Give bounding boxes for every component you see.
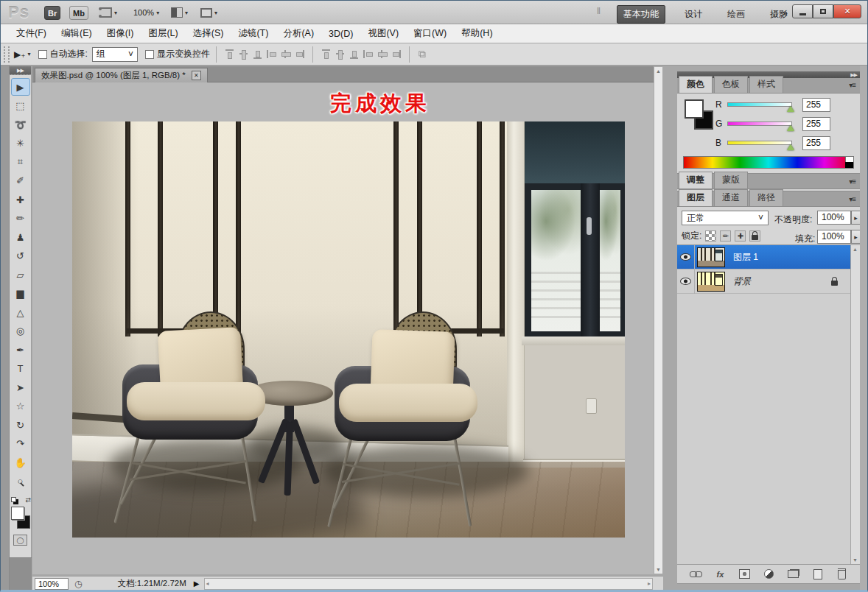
scroll-down-icon[interactable]: ▼ [851, 557, 859, 563]
opacity-input[interactable]: 100% [817, 211, 851, 225]
panel-menu-icon[interactable]: ▾≡ [849, 177, 855, 186]
workspace-overflow-button[interactable]: » [783, 7, 788, 18]
swap-colors-icon[interactable]: ⇄ [25, 496, 31, 504]
scroll-down-icon[interactable]: ▼ [654, 567, 662, 572]
path-selection-tool[interactable]: ➤ [11, 378, 30, 396]
lock-all-icon[interactable] [749, 230, 760, 242]
orbit-3d-tool[interactable]: ↷ [11, 435, 30, 453]
minimize-button[interactable] [792, 4, 813, 18]
menu-view[interactable]: 视图(V) [361, 24, 405, 43]
close-document-icon[interactable]: ✕ [192, 71, 201, 80]
document-tab[interactable]: 效果图.psd @ 100% (图层 1, RGB/8) * ✕ [35, 68, 208, 82]
menu-layer[interactable]: 图层(L) [141, 24, 184, 43]
menu-select[interactable]: 选择(S) [186, 24, 231, 43]
menu-analysis[interactable]: 分析(A) [276, 24, 321, 43]
new-layer-icon[interactable] [812, 568, 824, 579]
blue-slider[interactable] [727, 141, 792, 145]
launch-mini-bridge-button[interactable]: Mb [69, 6, 88, 20]
green-value-input[interactable]: 255 [802, 117, 830, 131]
blur-tool[interactable]: △ [11, 303, 30, 321]
lock-image-pixels-icon[interactable]: ✏ [720, 230, 731, 242]
align-left-edges-icon[interactable] [266, 49, 277, 60]
menu-image[interactable]: 图像(I) [100, 24, 141, 43]
gradient-tool[interactable]: ▆ [11, 285, 30, 303]
layer-name[interactable]: 图层 1 [733, 251, 758, 264]
tab-paths[interactable]: 路径 [749, 189, 783, 206]
new-group-icon[interactable] [788, 568, 799, 579]
menu-window[interactable]: 窗口(W) [407, 24, 453, 43]
rotate-3d-tool[interactable]: ↻ [11, 416, 30, 434]
scroll-right-icon[interactable]: ▸ [648, 580, 651, 587]
options-bar-grip[interactable] [4, 46, 10, 63]
workspace-design[interactable]: 设计 [679, 6, 708, 23]
restore-button[interactable] [813, 4, 833, 18]
foreground-color-swatch[interactable] [11, 507, 24, 520]
distribute-bottom-edges-icon[interactable] [349, 49, 360, 60]
workspace-painting[interactable]: 绘画 [721, 6, 751, 23]
lock-transparent-pixels-icon[interactable] [705, 230, 716, 242]
default-colors-icon[interactable] [11, 497, 16, 502]
align-bottom-edges-icon[interactable] [252, 49, 263, 60]
move-tool[interactable]: ▶ [11, 78, 30, 96]
scroll-left-icon[interactable]: ◂ [206, 580, 209, 587]
zoom-tool[interactable]: ○ [11, 473, 30, 490]
arrange-documents-button[interactable]: ▾ [171, 7, 188, 18]
status-flyout-icon[interactable]: ▶ [194, 579, 200, 588]
pen-tool[interactable]: ✒ [11, 341, 30, 359]
lock-position-icon[interactable]: ✚ [735, 230, 746, 242]
menu-help[interactable]: 帮助(H) [455, 24, 499, 43]
type-tool[interactable]: T [11, 360, 30, 378]
magic-wand-tool[interactable]: ✳ [11, 135, 30, 152]
red-slider[interactable] [727, 102, 792, 107]
align-horizontal-centers-icon[interactable] [280, 49, 291, 60]
auto-align-layers-icon[interactable]: ⧉ [419, 48, 426, 60]
clone-stamp-tool[interactable]: ♟ [11, 228, 30, 246]
rectangular-marquee-tool[interactable]: ⬚ [11, 97, 30, 115]
canvas-area[interactable]: 完成效果 [32, 82, 654, 574]
blue-slider-handle[interactable] [787, 144, 794, 150]
eraser-tool[interactable]: ▱ [11, 266, 30, 283]
custom-shape-tool[interactable]: ☆ [11, 398, 30, 415]
vertical-scrollbar[interactable]: ▲ ▼ [654, 66, 663, 574]
layer-thumbnail[interactable] [695, 247, 727, 267]
distribute-horizontal-centers-icon[interactable] [377, 49, 388, 60]
green-slider-handle[interactable] [787, 125, 794, 131]
close-button[interactable]: ✕ [833, 4, 861, 18]
auto-select-checkbox[interactable] [38, 50, 47, 59]
brush-tool[interactable]: ✏ [11, 210, 30, 228]
tab-masks[interactable]: 蒙版 [714, 172, 748, 188]
menu-file[interactable]: 文件(F) [10, 24, 53, 43]
layer-visibility-toggle[interactable] [677, 245, 695, 269]
tab-swatches[interactable]: 色板 [714, 76, 748, 93]
quick-mask-mode-button[interactable]: ◯ [13, 535, 27, 546]
tab-color[interactable]: 颜色 [679, 76, 713, 93]
align-top-edges-icon[interactable] [224, 49, 235, 60]
tab-layers[interactable]: 图层 [679, 189, 713, 206]
distribute-left-edges-icon[interactable] [363, 49, 374, 60]
launch-bridge-button[interactable]: Br [44, 6, 60, 20]
delete-layer-icon[interactable] [836, 568, 848, 579]
zoom-level-button[interactable]: 100% ▾ [133, 7, 159, 18]
eyedropper-tool[interactable]: ✐ [11, 172, 30, 190]
add-layer-mask-icon[interactable] [739, 568, 751, 579]
lasso-tool[interactable]: ➰ [11, 116, 30, 133]
tab-styles[interactable]: 样式 [749, 76, 783, 93]
color-spectrum-ramp[interactable] [683, 156, 854, 169]
blend-mode-dropdown[interactable]: 正常 ˅ [682, 211, 769, 225]
view-extras-button[interactable]: ▾ [99, 7, 117, 18]
tab-channels[interactable]: 通道 [714, 189, 748, 206]
workspace-photography[interactable]: 摄影 [764, 6, 794, 23]
layer-style-icon[interactable]: fx [715, 568, 727, 579]
tab-adjustments[interactable]: 调整 [679, 172, 713, 188]
screen-mode-button[interactable]: ▾ [200, 7, 217, 18]
align-right-edges-icon[interactable] [294, 49, 305, 60]
layer-list-scrollbar[interactable]: ▲ ▼ [850, 245, 860, 564]
red-slider-handle[interactable] [787, 106, 794, 112]
layer-row-background[interactable]: 背景 [677, 269, 860, 294]
crop-tool[interactable]: ⌗ [11, 153, 30, 171]
blue-value-input[interactable]: 255 [802, 136, 830, 150]
green-slider[interactable] [727, 121, 792, 126]
dodge-tool[interactable]: ◎ [11, 323, 30, 340]
auto-select-target-dropdown[interactable]: 组 ˅ [92, 47, 138, 62]
black-swatch[interactable] [845, 162, 853, 168]
